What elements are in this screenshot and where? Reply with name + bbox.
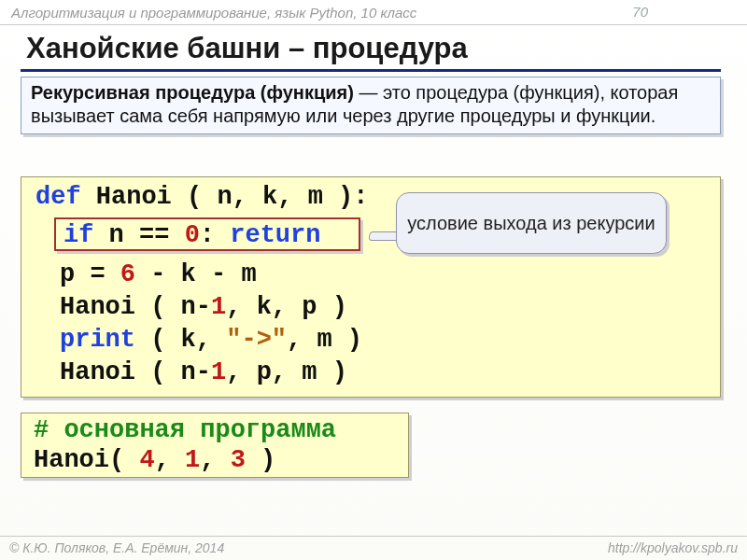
code-line-print: print ( k, "->", m ) — [60, 326, 362, 354]
code-line-comment: # основная программа — [34, 416, 336, 444]
course-label: Алгоритмизация и программирование, язык … — [11, 5, 416, 21]
callout-tail — [368, 231, 399, 241]
code-line-p: p = 6 - k - m — [60, 260, 257, 288]
footer-copyright: © К.Ю. Поляков, Е.А. Ерёмин, 2014 — [9, 540, 224, 555]
code-line-def: def Hanoi ( n, k, m ): — [35, 183, 368, 211]
exit-condition-callout: условие выхода из рекурсии — [396, 192, 667, 254]
definition-term: Рекурсивная процедура (функция) — [31, 82, 354, 103]
definition-box: Рекурсивная процедура (функция) — это пр… — [21, 77, 721, 134]
footer-bar: © К.Ю. Поляков, Е.А. Ерёмин, 2014 http:/… — [0, 536, 747, 559]
footer-url: http://kpolyakov.spb.ru — [608, 540, 738, 555]
code-line-call1: Hanoi ( n-1, k, p ) — [60, 293, 347, 321]
code-line-if: if n == 0: return — [63, 221, 320, 249]
title-underline — [21, 69, 721, 72]
slide-title: Ханойские башни – процедура — [26, 32, 468, 65]
code-line-call2: Hanoi ( n-1, p, m ) — [60, 358, 347, 386]
callout-text: условие выхода из рекурсии — [407, 213, 655, 234]
code-line-maincall: Hanoi( 4, 1, 3 ) — [34, 446, 275, 474]
page-number: 70 — [632, 4, 648, 20]
